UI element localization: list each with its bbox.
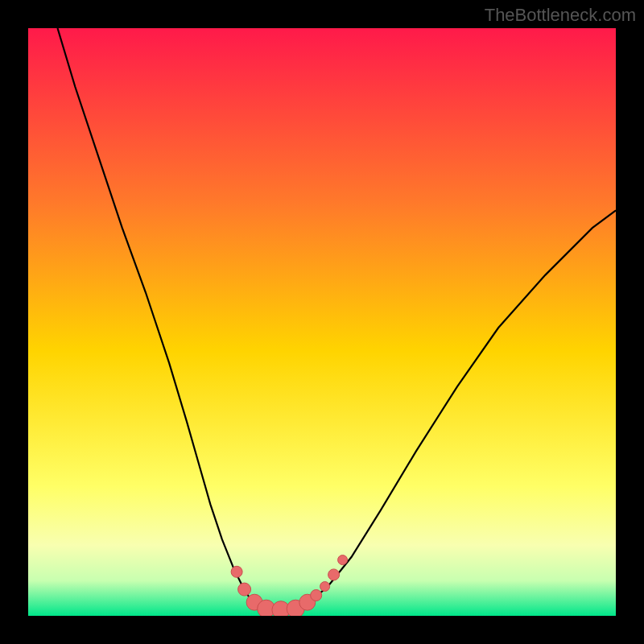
gradient-background bbox=[28, 28, 616, 616]
watermark-text: TheBottleneck.com bbox=[485, 5, 636, 26]
marker-point bbox=[320, 582, 330, 592]
marker-point bbox=[238, 583, 251, 596]
plot-area bbox=[28, 28, 616, 616]
chart-svg bbox=[28, 28, 616, 616]
marker-point bbox=[338, 555, 348, 565]
chart-frame: TheBottleneck.com bbox=[0, 0, 644, 644]
marker-point bbox=[311, 590, 322, 601]
marker-point bbox=[328, 569, 340, 580]
marker-point bbox=[231, 566, 242, 577]
